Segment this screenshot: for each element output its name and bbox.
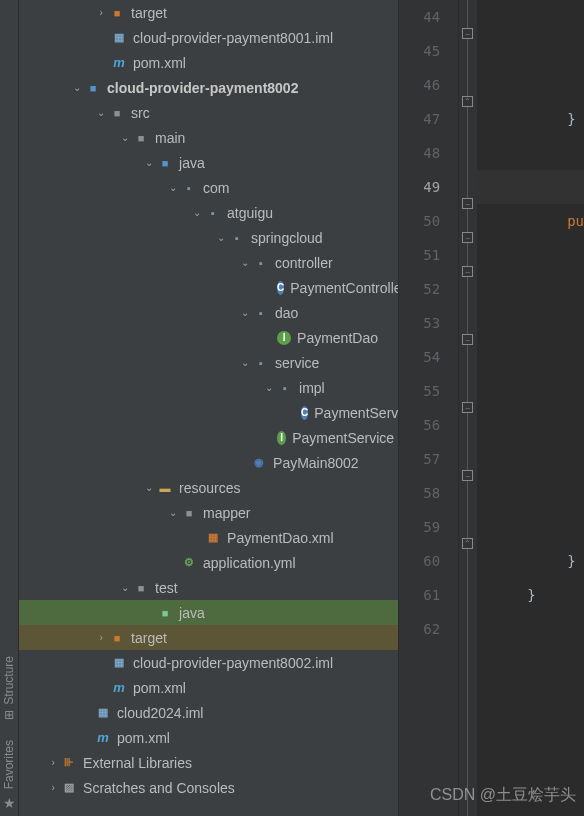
fold-gutter[interactable]: – ⌃ – – – – – – ⌃ xyxy=(459,0,477,816)
tree-node-test[interactable]: ⌄ ■ test xyxy=(19,575,398,600)
code-line[interactable] xyxy=(507,136,584,170)
chevron-down-icon[interactable]: ⌄ xyxy=(119,132,131,144)
code-area[interactable]: } @O pu } } xyxy=(477,0,584,816)
fold-marker-icon[interactable]: ⌃ xyxy=(462,538,473,549)
code-line[interactable] xyxy=(507,408,584,442)
line-number[interactable]: 54 xyxy=(399,340,458,374)
line-number[interactable]: 45 xyxy=(399,34,458,68)
tree-node-target[interactable]: › ■ target xyxy=(19,0,398,25)
structure-tab[interactable]: ⊞ Structure xyxy=(2,656,16,720)
line-number[interactable]: 52 xyxy=(399,272,458,306)
tree-node-src[interactable]: ⌄ ■ src xyxy=(19,100,398,125)
tree-node-pom[interactable]: m pom.xml xyxy=(19,675,398,700)
tree-node-module[interactable]: ⌄ ■ cloud-provider-payment8002 xyxy=(19,75,398,100)
line-number[interactable]: 62 xyxy=(399,612,458,646)
fold-marker-icon[interactable]: ⌃ xyxy=(462,96,473,107)
tree-node-xml[interactable]: ▦ PaymentDao.xml xyxy=(19,525,398,550)
code-line[interactable] xyxy=(507,340,584,374)
code-line[interactable] xyxy=(507,374,584,408)
chevron-down-icon[interactable]: ⌄ xyxy=(71,82,83,94)
code-line[interactable] xyxy=(507,510,584,544)
tree-node-springcloud[interactable]: ⌄ ▪ springcloud xyxy=(19,225,398,250)
line-number[interactable]: 44 xyxy=(399,0,458,34)
project-tree[interactable]: › ■ target ▦ cloud-provider-payment8001.… xyxy=(19,0,398,800)
line-number[interactable]: 47 xyxy=(399,102,458,136)
chevron-down-icon[interactable]: ⌄ xyxy=(215,232,227,244)
code-line[interactable]: } xyxy=(507,578,584,612)
code-line[interactable] xyxy=(507,442,584,476)
chevron-down-icon[interactable]: ⌄ xyxy=(239,307,251,319)
line-number[interactable]: 48 xyxy=(399,136,458,170)
tree-node-impl[interactable]: ⌄ ▪ impl xyxy=(19,375,398,400)
tree-node-class[interactable]: C PaymentServiceIm xyxy=(19,400,398,425)
chevron-down-icon[interactable]: ⌄ xyxy=(119,582,131,594)
editor-panel[interactable]: 44 45 46 47 48 49 50 51 52 53 54 55 56 5… xyxy=(399,0,584,816)
chevron-down-icon[interactable]: ⌄ xyxy=(95,107,107,119)
tree-node-iml[interactable]: ▦ cloud-provider-payment8001.iml xyxy=(19,25,398,50)
chevron-down-icon[interactable]: ⌄ xyxy=(143,482,155,494)
line-number[interactable]: 46 xyxy=(399,68,458,102)
tree-node-service[interactable]: ⌄ ▪ service xyxy=(19,350,398,375)
tree-node-java-test[interactable]: ■ java xyxy=(19,600,398,625)
code-line[interactable] xyxy=(507,476,584,510)
fold-marker-icon[interactable]: – xyxy=(462,334,473,345)
chevron-down-icon[interactable]: ⌄ xyxy=(167,507,179,519)
tree-node-com[interactable]: ⌄ ▪ com xyxy=(19,175,398,200)
favorites-tab[interactable]: Favorites xyxy=(2,740,16,789)
chevron-down-icon[interactable]: ⌄ xyxy=(143,157,155,169)
line-number[interactable]: 53 xyxy=(399,306,458,340)
line-number[interactable]: 58 xyxy=(399,476,458,510)
chevron-right-icon[interactable]: › xyxy=(47,782,59,794)
fold-marker-icon[interactable]: – xyxy=(462,470,473,481)
chevron-down-icon[interactable]: ⌄ xyxy=(167,182,179,194)
tree-node-yml[interactable]: ⚙ application.yml xyxy=(19,550,398,575)
code-line[interactable]: } xyxy=(507,544,584,578)
chevron-down-icon[interactable]: ⌄ xyxy=(239,257,251,269)
chevron-down-icon[interactable]: ⌄ xyxy=(239,357,251,369)
line-number[interactable]: 56 xyxy=(399,408,458,442)
tree-node-java[interactable]: ⌄ ■ java xyxy=(19,150,398,175)
fold-marker-icon[interactable]: – xyxy=(462,28,473,39)
fold-marker-icon[interactable]: – xyxy=(462,232,473,243)
tree-node-atguigu[interactable]: ⌄ ▪ atguigu xyxy=(19,200,398,225)
chevron-down-icon[interactable]: ⌄ xyxy=(191,207,203,219)
tree-node-pom[interactable]: m pom.xml xyxy=(19,50,398,75)
line-number[interactable]: 51 xyxy=(399,238,458,272)
chevron-right-icon[interactable]: › xyxy=(95,632,107,644)
chevron-down-icon[interactable]: ⌄ xyxy=(263,382,275,394)
tree-node-scratches[interactable]: › ▨ Scratches and Consoles xyxy=(19,775,398,800)
code-line[interactable] xyxy=(507,272,584,306)
tree-node-class[interactable]: C PaymentController xyxy=(19,275,398,300)
project-tree-panel[interactable]: › ■ target ▦ cloud-provider-payment8001.… xyxy=(19,0,399,816)
tree-node-pom[interactable]: m pom.xml xyxy=(19,725,398,750)
code-line[interactable] xyxy=(507,68,584,102)
line-number[interactable]: 49 xyxy=(399,170,458,204)
code-line[interactable]: } xyxy=(507,102,584,136)
tree-node-resources[interactable]: ⌄ ▬ resources xyxy=(19,475,398,500)
line-number[interactable]: 55 xyxy=(399,374,458,408)
chevron-right-icon[interactable]: › xyxy=(47,757,59,769)
tree-node-main[interactable]: ⌄ ■ main xyxy=(19,125,398,150)
code-line[interactable] xyxy=(507,306,584,340)
code-line[interactable] xyxy=(507,612,584,646)
tree-node-dao[interactable]: ⌄ ▪ dao xyxy=(19,300,398,325)
line-number[interactable]: 60 xyxy=(399,544,458,578)
fold-marker-icon[interactable]: – xyxy=(462,266,473,277)
tree-node-controller[interactable]: ⌄ ▪ controller xyxy=(19,250,398,275)
code-line[interactable] xyxy=(507,34,584,68)
code-line[interactable]: pu xyxy=(507,204,584,238)
code-line[interactable] xyxy=(507,238,584,272)
line-number[interactable]: 50 xyxy=(399,204,458,238)
line-number[interactable]: 59 xyxy=(399,510,458,544)
line-number-gutter[interactable]: 44 45 46 47 48 49 50 51 52 53 54 55 56 5… xyxy=(399,0,459,816)
fold-marker-icon[interactable]: – xyxy=(462,198,473,209)
tree-node-iml[interactable]: ▦ cloud-provider-payment8002.iml xyxy=(19,650,398,675)
tree-node-interface[interactable]: I PaymentService xyxy=(19,425,398,450)
code-line[interactable] xyxy=(507,0,584,34)
tree-node-external-libs[interactable]: › ⊪ External Libraries xyxy=(19,750,398,775)
tree-node-target[interactable]: › ■ target xyxy=(19,625,398,650)
line-number[interactable]: 61 xyxy=(399,578,458,612)
tree-node-class[interactable]: ◉ PayMain8002 xyxy=(19,450,398,475)
tree-node-iml[interactable]: ▦ cloud2024.iml xyxy=(19,700,398,725)
tree-node-mapper[interactable]: ⌄ ■ mapper xyxy=(19,500,398,525)
